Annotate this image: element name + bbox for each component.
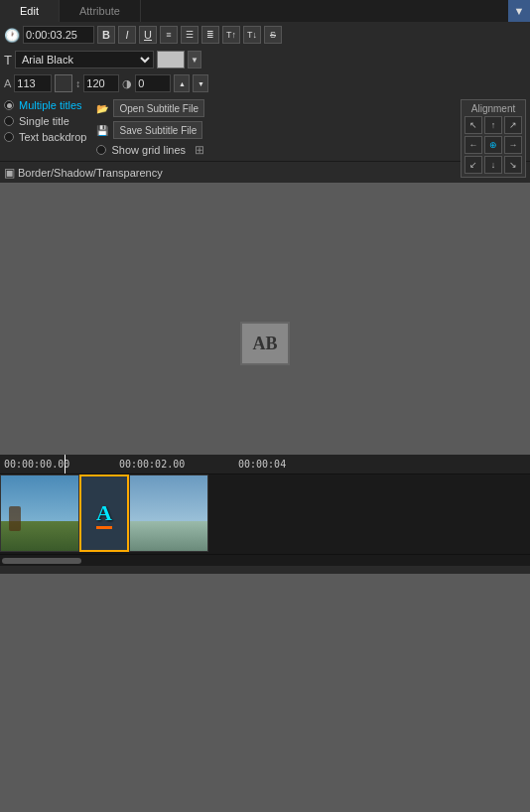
timecode-input[interactable] [23, 26, 94, 44]
italic-button[interactable]: I [118, 26, 136, 44]
align-top-right[interactable]: ↗ [504, 116, 522, 134]
timecode-1: 00:00:02.00 [119, 459, 185, 470]
multiple-titles-row: Multiple titles [4, 99, 86, 111]
align-top-left[interactable]: ↖ [464, 116, 482, 134]
align-bottom-center[interactable]: ↓ [484, 156, 502, 174]
playhead-marker[interactable] [65, 455, 66, 474]
text-backdrop-row: Text backdrop [4, 131, 86, 143]
title-options: Multiple titles Single title Text backdr… [4, 99, 86, 143]
video-thumb-1 [1, 475, 78, 551]
show-grid-label[interactable]: Show grid lines [111, 144, 186, 156]
single-title-radio[interactable] [4, 116, 14, 126]
save-subtitle-button[interactable]: Save Subtitle File [113, 121, 202, 139]
save-file-icon: 💾 [96, 125, 108, 136]
clock-icon: 🕐 [4, 28, 20, 43]
subtitle-icon: A [96, 500, 112, 526]
align-bottom-left[interactable]: ↙ [464, 156, 482, 174]
open-subtitle-row: 📂 Open Subtitle File [96, 99, 204, 117]
tab-bar: Edit Attribute ▼ [0, 0, 530, 22]
alignment-label: Alignment [464, 103, 522, 114]
timecode-0: 00:00:00.00 [4, 459, 69, 470]
multiple-titles-label[interactable]: Multiple titles [19, 99, 82, 111]
size-icon: A [4, 77, 11, 89]
app-container: Edit Attribute ▼ 🕐 B I U ≡ ☰ ≣ T↑ T↓ S T… [0, 0, 530, 461]
align-middle-center[interactable]: ⊕ [484, 136, 502, 154]
text-size-up-button[interactable]: T↑ [222, 26, 240, 44]
spacing-icon: ↕ [75, 78, 80, 89]
font-select[interactable]: Arial Black [15, 51, 154, 68]
bold-button[interactable]: B [97, 26, 115, 44]
font-size-input[interactable] [14, 74, 52, 92]
file-options: 📂 Open Subtitle File 💾 Save Subtitle Fil… [96, 99, 204, 157]
align-middle-left[interactable]: ← [464, 136, 482, 154]
show-grid-check[interactable] [96, 145, 106, 155]
video-thumb-2 [130, 475, 207, 551]
bottom-area [0, 576, 530, 812]
border-shadow-label[interactable]: Border/Shadow/Transparency [18, 167, 163, 179]
tab-attribute[interactable]: Attribute [60, 0, 141, 22]
align-middle-right[interactable]: → [504, 136, 522, 154]
video-clip-1[interactable] [0, 474, 79, 552]
timeline-tracks: A [0, 474, 530, 554]
toolbar-row-timecode: 🕐 B I U ≡ ☰ ≣ T↑ T↓ S [0, 22, 530, 48]
tab-edit[interactable]: Edit [0, 0, 60, 22]
timeline-header: 00:00:00.00 00:00:02.00 00:00:04 [0, 455, 530, 474]
open-subtitle-button[interactable]: Open Subtitle File [113, 99, 204, 117]
video-clip-2[interactable] [129, 474, 208, 552]
toolbar-row-border: ▣ Border/Shadow/Transparency [0, 161, 530, 183]
opacity-up-button[interactable]: ▲ [174, 74, 190, 92]
line-spacing-input[interactable] [83, 74, 119, 92]
underline-button[interactable]: U [139, 26, 157, 44]
opacity-down-button[interactable]: ▼ [193, 74, 208, 92]
font-color-box[interactable] [55, 74, 72, 92]
align-bottom-right[interactable]: ↘ [504, 156, 522, 174]
timecode-2: 00:00:04 [238, 459, 286, 470]
open-file-icon: 📂 [96, 103, 108, 114]
timeline-scrollbar[interactable] [0, 554, 530, 566]
align-top-center[interactable]: ↑ [484, 116, 502, 134]
border-icon: ▣ [4, 166, 15, 180]
opacity-icon: ◑ [122, 77, 132, 90]
color-picker-box[interactable] [157, 51, 185, 68]
grid-icon: ⊞ [195, 143, 204, 157]
text-backdrop-radio[interactable] [4, 132, 14, 142]
color-dropdown-arrow[interactable]: ▼ [188, 51, 201, 68]
show-grid-row: Show grid lines ⊞ [96, 143, 204, 157]
opacity-input[interactable] [135, 74, 171, 92]
ab-text: AB [252, 334, 277, 354]
scroll-thumb[interactable] [2, 558, 81, 564]
single-title-row: Single title [4, 115, 86, 127]
save-subtitle-row: 💾 Save Subtitle File [96, 121, 204, 139]
text-backdrop-label[interactable]: Text backdrop [19, 131, 86, 143]
align-left-button[interactable]: ≡ [160, 26, 178, 44]
tab-dropdown-button[interactable]: ▼ [508, 0, 530, 22]
main-canvas[interactable]: AB [0, 183, 530, 461]
toolbar-row-options: Multiple titles Single title Text backdr… [0, 95, 530, 161]
align-right-button[interactable]: ≣ [201, 26, 219, 44]
single-title-label[interactable]: Single title [19, 115, 69, 127]
person-silhouette [9, 506, 21, 531]
text-format-icon: T [4, 53, 12, 68]
multiple-titles-radio[interactable] [4, 100, 14, 110]
align-center-button[interactable]: ☰ [181, 26, 199, 44]
toolbar-row-font: T Arial Black ▼ [0, 48, 530, 71]
alignment-grid: ↖ ↑ ↗ ← ⊕ → ↙ ↓ ↘ [464, 116, 522, 174]
subtitle-clip[interactable]: A [79, 474, 129, 552]
strikethrough-button[interactable]: S [264, 26, 282, 44]
ab-preview-icon: AB [240, 322, 290, 365]
toolbar-row-size: A ↕ ◑ ▲ ▼ [0, 71, 530, 95]
text-size-down-button[interactable]: T↓ [243, 26, 261, 44]
alignment-panel: Alignment ↖ ↑ ↗ ← ⊕ → ↙ ↓ ↘ [461, 99, 526, 178]
timeline-container: 00:00:00.00 00:00:02.00 00:00:04 A [0, 455, 530, 574]
track-empty [208, 474, 530, 552]
